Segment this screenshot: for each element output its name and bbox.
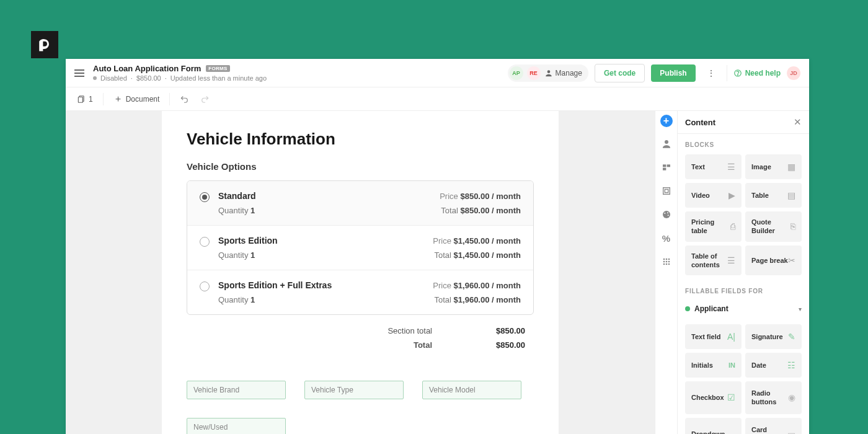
more-menu[interactable]: ⋮: [702, 66, 720, 81]
menu-button[interactable]: [74, 69, 84, 77]
block-text[interactable]: Text☰: [685, 154, 742, 179]
dropdown-icon: ⌄: [728, 429, 735, 434]
publish-button[interactable]: Publish: [651, 64, 695, 82]
svg-point-11: [667, 212, 668, 213]
svg-point-20: [665, 264, 667, 265]
design-button[interactable]: [660, 208, 673, 221]
field-date[interactable]: Date☷: [745, 353, 802, 378]
get-code-button[interactable]: Get code: [595, 64, 645, 82]
svg-point-12: [667, 215, 668, 216]
add-content-button[interactable]: +: [660, 115, 673, 127]
block-table[interactable]: Table▤: [745, 183, 802, 208]
close-icon[interactable]: ✕: [794, 117, 802, 128]
field-dropdown[interactable]: Dropdown⌄: [685, 418, 742, 434]
card-icon: ▭: [787, 429, 795, 434]
field-vehicle-brand[interactable]: Vehicle Brand: [187, 381, 286, 399]
svg-point-15: [668, 259, 670, 260]
date-icon: ☷: [787, 360, 795, 370]
field-text[interactable]: Text fieldA|: [685, 324, 742, 349]
status-dot-icon: [685, 306, 690, 311]
editor-canvas[interactable]: Vehicle Information Vehicle Options Stan…: [66, 111, 655, 434]
document-meta: Disabled· $850.00· Updated less than a m…: [93, 74, 267, 82]
svg-point-18: [668, 261, 670, 263]
svg-point-21: [668, 264, 670, 265]
svg-point-19: [663, 264, 665, 265]
svg-rect-4: [663, 164, 666, 167]
apps-button[interactable]: [660, 255, 673, 268]
user-avatar[interactable]: JD: [787, 66, 800, 80]
svg-point-14: [665, 259, 667, 260]
radio-icon: [200, 281, 210, 291]
block-video[interactable]: Video▶: [685, 183, 742, 208]
textfield-icon: A|: [727, 332, 735, 342]
layout-button[interactable]: [660, 184, 673, 198]
document-page: Vehicle Information Vehicle Options Stan…: [162, 111, 559, 434]
quote-icon: ⎘: [790, 221, 795, 231]
signature-icon: ✎: [788, 332, 795, 342]
pagebreak-icon: ✂: [788, 255, 795, 265]
blocks-label: BLOCKS: [685, 141, 802, 148]
app-window: Auto Loan Application Form FORMS Disable…: [66, 59, 809, 434]
option-sports[interactable]: Sports EditionPrice $1,450.00 / month Qu…: [187, 226, 533, 270]
field-checkbox[interactable]: Checkbox☑: [685, 381, 742, 414]
block-toc[interactable]: Table of contents☰: [685, 246, 742, 276]
chevron-down-icon: ▾: [799, 306, 802, 312]
svg-point-1: [737, 74, 738, 75]
field-initials[interactable]: InitialsIN: [685, 353, 742, 378]
avatar: RE: [527, 66, 541, 80]
redo-button[interactable]: [198, 92, 212, 106]
secondary-toolbar: 1 ＋ Document: [66, 87, 809, 111]
svg-point-10: [664, 213, 665, 214]
manage-link: Manage: [544, 69, 582, 78]
block-quote-builder[interactable]: Quote Builder⎘: [745, 211, 802, 242]
block-image[interactable]: Image▦: [745, 154, 802, 179]
text-icon: ☰: [727, 162, 735, 172]
fillable-label: FILLABLE FIELDS FOR: [685, 288, 802, 294]
field-radio[interactable]: Radio buttons◉: [745, 381, 802, 414]
option-sports-extras[interactable]: Sports Edition + Full ExtrasPrice $1,960…: [187, 270, 533, 314]
video-icon: ▶: [728, 190, 735, 200]
svg-rect-7: [663, 188, 670, 195]
field-vehicle-type[interactable]: Vehicle Type: [304, 381, 404, 399]
radio-icon: [200, 192, 210, 202]
variables-button[interactable]: [660, 161, 673, 174]
radio-icon: [200, 237, 210, 247]
panel-title: Content: [685, 118, 715, 127]
initials-icon: IN: [728, 361, 735, 369]
avatar: AP: [510, 66, 523, 80]
add-document-button[interactable]: ＋ Document: [111, 91, 162, 107]
recipient-selector[interactable]: Applicant ▾: [685, 301, 802, 317]
svg-rect-8: [665, 189, 668, 192]
field-new-used[interactable]: New/Used: [187, 418, 286, 434]
content-panel: Content ✕ BLOCKS Text☰ Image▦ Video▶ Tab…: [677, 111, 809, 434]
toc-icon: ☰: [727, 255, 735, 265]
tool-rail: + %: [655, 111, 677, 434]
image-icon: ▦: [787, 162, 795, 172]
field-card[interactable]: Card details▭: [745, 418, 802, 434]
svg-point-16: [663, 261, 665, 263]
vehicle-options-list: StandardPrice $850.00 / month Quantity 1…: [187, 180, 534, 315]
pages-button[interactable]: 1: [74, 92, 95, 106]
svg-rect-6: [663, 168, 666, 170]
field-signature[interactable]: Signature✎: [745, 324, 802, 349]
field-vehicle-model[interactable]: Vehicle Model: [422, 381, 521, 399]
brand-logo: [31, 31, 58, 58]
pricing-icon: ⎙: [730, 221, 735, 231]
section-heading: Vehicle Information: [187, 130, 534, 149]
svg-rect-3: [78, 97, 82, 102]
percent-button[interactable]: %: [660, 231, 673, 245]
radio-icon: ◉: [788, 392, 795, 402]
recipients-button[interactable]: [660, 137, 673, 151]
help-link[interactable]: Need help: [733, 69, 781, 78]
undo-button[interactable]: [177, 92, 191, 106]
block-pricing-table[interactable]: Pricing table⎙: [685, 211, 742, 242]
document-title[interactable]: Auto Loan Application Form: [93, 64, 201, 73]
svg-point-17: [665, 261, 667, 263]
block-page-break[interactable]: Page break✂: [745, 246, 802, 276]
options-subheading: Vehicle Options: [187, 161, 534, 172]
top-bar: Auto Loan Application Form FORMS Disable…: [66, 59, 809, 87]
collaborators[interactable]: AP RE Manage: [508, 64, 588, 82]
option-standard[interactable]: StandardPrice $850.00 / month Quantity 1…: [187, 181, 533, 226]
svg-point-9: [663, 211, 670, 218]
svg-point-13: [663, 259, 665, 260]
